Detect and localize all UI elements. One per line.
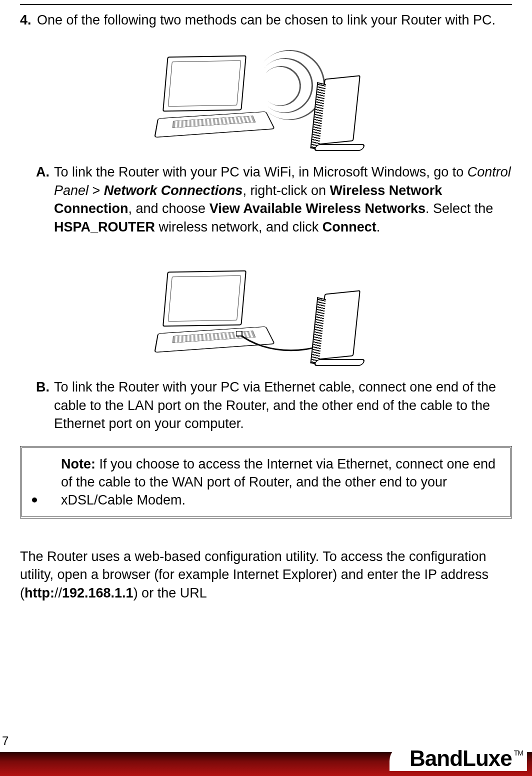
svg-rect-0	[236, 331, 242, 336]
a-p1: To link the Router with your PC via WiFi…	[54, 164, 468, 180]
page-number: 7	[2, 734, 8, 748]
a-connect: Connect	[322, 220, 376, 234]
a-vawn: View Available Wireless Networks	[210, 201, 426, 216]
a-p5: wireless network, and click	[155, 220, 322, 234]
step-number: 4.	[20, 11, 37, 29]
final-paragraph: The Router uses a web-based configuratio…	[20, 548, 512, 602]
final-slashes: //	[54, 586, 62, 600]
a-p4: . Select the	[426, 201, 493, 216]
note-label: Note:	[61, 456, 96, 472]
note-box: Note: If you choose to access the Intern…	[20, 446, 512, 518]
a-gt: >	[88, 183, 104, 198]
final-p2: ) or the URL	[134, 586, 207, 600]
a-network-connections: Network Connections	[104, 183, 243, 198]
sub-step-a: A. To link the Router with your PC via W…	[36, 163, 512, 236]
sub-text-b: To link the Router with your PC via Ethe…	[54, 378, 512, 432]
final-ip: 192.168.1.1	[62, 586, 134, 600]
sub-letter-a: A.	[36, 163, 54, 236]
a-hspa: HSPA_ROUTER	[54, 220, 155, 234]
figure-wifi-wrap	[0, 41, 532, 151]
tm-mark: TM	[514, 749, 523, 757]
figure-wifi	[161, 41, 371, 151]
brand-text: BandLuxe	[410, 746, 512, 771]
note-text: Note: If you choose to access the Intern…	[61, 455, 500, 510]
sub-text-a: To link the Router with your PC via WiFi…	[54, 163, 512, 236]
footer-brand: BandLuxe TM	[390, 744, 527, 771]
sub-step-b: B. To link the Router with your PC via E…	[36, 378, 512, 432]
final-http: http:	[24, 586, 54, 600]
step-4: 4. One of the following two methods can …	[20, 11, 512, 29]
a-p6: .	[376, 220, 380, 234]
sub-letter-b: B.	[36, 378, 54, 432]
figure-ethernet-wrap	[0, 256, 532, 366]
router-icon	[309, 286, 364, 366]
top-rule	[20, 4, 512, 5]
figure-ethernet	[161, 256, 371, 366]
note-body: If you choose to access the Internet via…	[61, 456, 496, 508]
step-text: One of the following two methods can be …	[37, 11, 512, 29]
bullet-icon	[32, 498, 37, 502]
a-p3: , and choose	[128, 201, 210, 216]
router-icon	[309, 71, 364, 151]
a-p2: , right-click on	[242, 183, 330, 198]
